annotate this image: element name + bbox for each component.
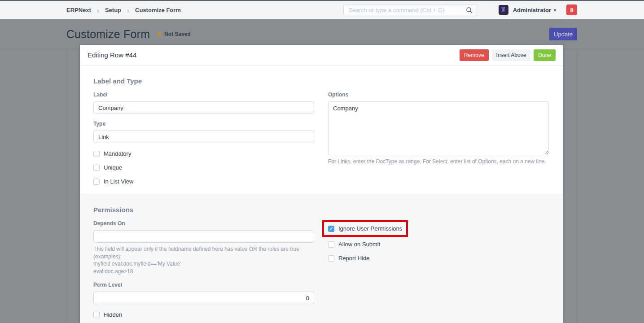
user-menu[interactable]: ♜ Administrator ▾ (499, 5, 556, 15)
depends-on-input[interactable] (93, 230, 314, 243)
avatar: ♜ (499, 5, 508, 15)
search-icon (466, 7, 473, 14)
page-left-edge (66, 49, 66, 323)
notifications-badge[interactable]: 8 (566, 4, 577, 15)
remove-button[interactable]: Remove (460, 49, 489, 61)
section-heading-label-and-type: Label and Type (93, 77, 549, 85)
section-heading-permissions: Permissions (93, 206, 549, 214)
ignore-user-permissions-label: Ignore User Permissions (338, 225, 402, 232)
done-button[interactable]: Done (534, 49, 556, 61)
chevron-down-icon: ▾ (554, 8, 556, 13)
navbar: ERPNext › Setup › Customize Form ♜ Admin… (0, 1, 644, 19)
checkbox-row-hidden[interactable]: Hidden (93, 311, 314, 318)
allow-on-submit-label: Allow on Submit (338, 241, 380, 248)
page-title: Customize Form (66, 28, 150, 41)
insert-above-button[interactable]: Insert Above (492, 49, 531, 61)
row-editor-actions: Remove Insert Above Done (460, 49, 556, 61)
options-field-label: Options (328, 92, 549, 98)
in-list-view-label: In List View (104, 178, 133, 185)
checkbox-row-unique[interactable]: Unique (93, 164, 314, 171)
section-label-and-type: Label and Type Label Type Mandatory Uniq… (80, 65, 563, 194)
status-dot-icon (158, 32, 161, 36)
not-saved-indicator: Not Saved (158, 31, 191, 37)
checkbox-row-in-list-view[interactable]: In List View (93, 178, 314, 185)
search-input[interactable] (343, 4, 477, 16)
breadcrumb-setup[interactable]: Setup (105, 7, 121, 13)
row-editor-panel: Editing Row #44 Remove Insert Above Done… (80, 45, 563, 323)
mandatory-label: Mandatory (104, 150, 131, 157)
user-name: Administrator (513, 7, 551, 13)
options-textarea[interactable]: Company (328, 101, 549, 155)
report-hide-label: Report Hide (338, 255, 369, 262)
type-field-input[interactable] (93, 131, 314, 143)
in-list-view-checkbox[interactable] (93, 179, 100, 185)
report-hide-checkbox[interactable] (328, 255, 334, 262)
checkbox-row-report-hide[interactable]: Report Hide (328, 255, 549, 262)
unique-label: Unique (104, 164, 122, 171)
hidden-label: Hidden (104, 311, 122, 318)
type-field-label: Type (93, 121, 314, 127)
global-search (343, 4, 477, 16)
unique-checkbox[interactable] (93, 165, 100, 171)
label-field-input[interactable] (93, 101, 314, 114)
depends-on-label: Depends On (93, 220, 314, 227)
breadcrumb-separator-icon: › (97, 6, 99, 14)
depends-on-help-text: This field will appear only if the field… (93, 245, 314, 275)
mandatory-checkbox[interactable] (93, 151, 100, 157)
breadcrumb-customize-form: Customize Form (135, 7, 181, 13)
status-text: Not Saved (164, 31, 191, 37)
options-help-text: For Links, enter the DocType as range. F… (328, 158, 549, 166)
update-button[interactable]: Update (549, 28, 577, 40)
checkbox-row-ignore-user-permissions[interactable]: Ignore User Permissions (328, 225, 402, 232)
hidden-checkbox[interactable] (93, 312, 100, 318)
checkbox-row-mandatory[interactable]: Mandatory (93, 150, 314, 157)
checkbox-row-allow-on-submit[interactable]: Allow on Submit (328, 241, 549, 248)
label-field-label: Label (93, 92, 314, 98)
perm-level-input[interactable] (93, 292, 314, 304)
ignore-user-permissions-checkbox[interactable] (328, 226, 334, 232)
breadcrumb-erpnext[interactable]: ERPNext (66, 7, 91, 13)
perm-level-label: Perm Level (93, 282, 314, 288)
breadcrumb: ERPNext › Setup › Customize Form (66, 6, 181, 14)
row-editor-header: Editing Row #44 Remove Insert Above Done (80, 45, 563, 65)
row-editor-title: Editing Row #44 (88, 51, 136, 59)
section-permissions: Permissions Depends On This field will a… (80, 194, 563, 323)
red-highlight-box: Ignore User Permissions (322, 220, 408, 237)
breadcrumb-separator-icon: › (127, 6, 129, 14)
page-right-edge (577, 49, 577, 323)
allow-on-submit-checkbox[interactable] (328, 241, 334, 248)
